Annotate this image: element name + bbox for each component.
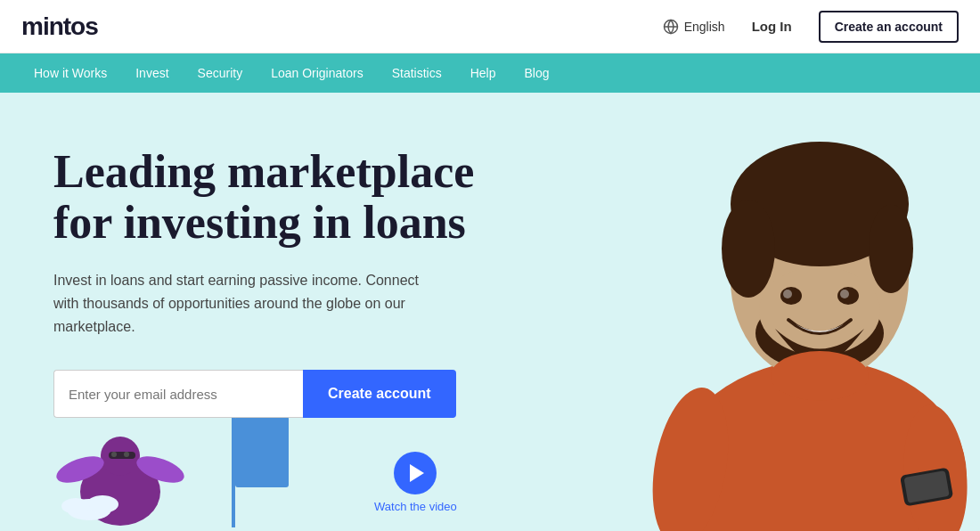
nav-item-security[interactable]: Security [185,61,256,86]
login-button[interactable]: Log In [743,13,801,39]
hero-person-illustration [552,93,980,531]
svg-point-21 [759,266,880,355]
language-label: English [684,20,725,34]
hero-content: Leading marketplacefor investing in loan… [53,146,474,453]
watch-video-label: Watch the video [374,500,457,513]
nav-item-invest[interactable]: Invest [123,61,181,86]
svg-point-11 [61,498,90,514]
svg-point-10 [86,495,118,513]
nav-item-blog[interactable]: Blog [511,61,561,86]
svg-point-24 [783,290,792,298]
hero-subtitle: Invest in loans and start earning passiv… [53,269,428,338]
create-account-header-button[interactable]: Create an account [819,11,959,43]
header-right: English Log In Create an account [663,11,959,43]
person-svg [552,93,980,531]
navigation: How it Works Invest Security Loan Origin… [0,53,980,93]
svg-point-26 [771,351,869,401]
svg-point-19 [869,204,913,293]
nav-item-loan-originators[interactable]: Loan Originators [258,61,376,86]
play-button[interactable] [394,452,437,494]
email-input[interactable] [53,370,303,418]
nav-item-help[interactable]: Help [458,61,509,86]
svg-point-18 [722,200,775,298]
hero-section: Leading marketplacefor investing in loan… [0,93,980,531]
play-icon [410,464,424,482]
header: mintos English Log In Create an account [0,0,980,53]
nav-item-statistics[interactable]: Statistics [380,61,454,86]
hero-title: Leading marketplacefor investing in loan… [53,146,474,248]
watch-video-button[interactable]: Watch the video [374,452,457,513]
logo[interactable]: mintos [21,12,98,41]
nav-item-how-it-works[interactable]: How it Works [21,61,119,86]
email-form: Create account [53,370,474,418]
language-selector[interactable]: English [663,19,725,35]
svg-point-25 [840,290,849,298]
create-account-button[interactable]: Create account [303,370,456,418]
globe-icon [663,19,679,35]
